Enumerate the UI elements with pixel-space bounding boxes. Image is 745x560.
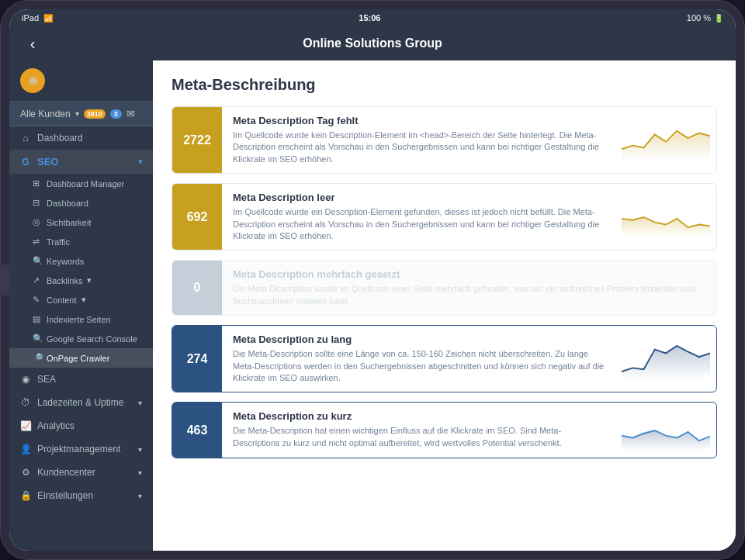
sidebar-item-content[interactable]: ✎ Content ▾ xyxy=(9,290,153,309)
alert-badge: 3 xyxy=(110,109,122,119)
sidebar-item-dashboard-manager[interactable]: ⊞ Dashboard Manager xyxy=(9,174,153,193)
card-count-badge: 463 xyxy=(172,403,222,458)
grid-icon: ⊞ xyxy=(33,178,42,188)
content-icon: ✎ xyxy=(33,295,42,305)
home-button[interactable] xyxy=(0,264,9,296)
card-count-badge: 2722 xyxy=(172,107,222,173)
dashboard-icon: ⊟ xyxy=(33,198,42,208)
sidebar-item-traffic[interactable]: ⇌ Traffic xyxy=(9,232,153,251)
sidebar-subitem-label: OnPage Crawler xyxy=(47,354,109,363)
chevron-icon: ▾ xyxy=(138,492,142,500)
card-zu-kurz[interactable]: 463 Meta Description zu kurz Die Meta-De… xyxy=(172,402,717,458)
sidebar-item-sea[interactable]: ◉ SEA xyxy=(9,368,153,391)
status-bar-right: 100 % 🔋 xyxy=(687,13,723,22)
sidebar-subitem-label: Traffic xyxy=(47,237,70,247)
chevron-icon: ▾ xyxy=(138,399,142,407)
card-chart xyxy=(615,184,716,250)
sparkline-chart xyxy=(622,119,710,161)
sidebar-item-label: Kundencenter xyxy=(37,467,95,478)
card-body: Meta Description leer Im Quellcode wurde… xyxy=(222,184,615,250)
card-title: Meta Description leer xyxy=(233,192,605,203)
sidebar-header: ❋ xyxy=(9,60,153,102)
sidebar-item-indexierte[interactable]: ▤ Indexierte Seiten xyxy=(9,309,153,329)
sidebar-item-keywords[interactable]: 🔍 Keywords xyxy=(9,251,153,271)
chevron-icon: ▾ xyxy=(87,275,92,285)
card-title: Meta Description Tag fehlt xyxy=(233,115,605,126)
home-icon: ⌂ xyxy=(20,133,31,143)
tablet-frame: iPad 📶 15:06 100 % 🔋 ‹ Online Solutions … xyxy=(0,0,745,560)
console-icon: 🔍 xyxy=(33,334,42,344)
top-nav: ‹ Online Solutions Group xyxy=(9,26,736,60)
card-leer[interactable]: 692 Meta Description leer Im Quellcode w… xyxy=(172,183,717,251)
sidebar-item-dashboard2[interactable]: ⊟ Dashboard xyxy=(9,193,153,213)
chevron-icon: ▾ xyxy=(138,468,142,477)
card-chart xyxy=(615,326,716,392)
sidebar-item-label: Ladezeiten & Uptime xyxy=(37,397,123,408)
sidebar-item-dashboard[interactable]: ⌂ Dashboard xyxy=(9,126,153,150)
pages-icon: ▤ xyxy=(33,314,42,324)
page-title: Meta-Beschreibung xyxy=(172,76,717,94)
sparkline-chart xyxy=(622,337,710,380)
sidebar-item-label: SEO xyxy=(37,156,58,168)
project-icon: 👤 xyxy=(20,444,31,455)
top-nav-title: Online Solutions Group xyxy=(56,36,689,50)
sidebar-item-sichtbarkeit[interactable]: ◎ Sichtbarkeit xyxy=(9,213,153,232)
settings-icon: ⚙ xyxy=(20,467,31,478)
sidebar-item-label: SEA xyxy=(37,374,56,385)
sidebar-subitem-label: Dashboard Manager xyxy=(47,179,124,188)
sidebar-item-seo[interactable]: G SEO ▾ xyxy=(9,150,153,174)
status-bar: iPad 📶 15:06 100 % 🔋 xyxy=(9,9,736,26)
sidebar-item-label: Analytics xyxy=(37,420,74,431)
card-desc: Die Meta Description wurde im Quellcode … xyxy=(233,283,705,307)
sidebar-item-einstellungen[interactable]: 🔒 Einstellungen ▾ xyxy=(9,484,153,507)
sidebar-item-kundencenter[interactable]: ⚙ Kundencenter ▾ xyxy=(9,461,153,484)
card-count-badge: 692 xyxy=(172,184,222,250)
card-tag-fehlt[interactable]: 2722 Meta Description Tag fehlt Im Quell… xyxy=(172,106,717,174)
customer-bar[interactable]: Alle Kunden ▾ 3810 3 ✉ xyxy=(9,102,153,126)
analytics-icon: 📈 xyxy=(20,420,31,431)
sparkline-chart xyxy=(622,409,710,451)
tablet-screen: iPad 📶 15:06 100 % 🔋 ‹ Online Solutions … xyxy=(9,9,736,551)
sidebar-item-projektmanagement[interactable]: 👤 Projektmanagement ▾ xyxy=(9,437,153,461)
card-chart xyxy=(615,403,716,458)
sidebar-subitem-label: Keywords xyxy=(47,257,84,266)
mail-icon[interactable]: ✉ xyxy=(126,108,135,119)
sidebar-subitem-label: Indexierte Seiten xyxy=(47,315,111,324)
card-count-badge: 0 xyxy=(172,261,222,315)
status-time: 15:06 xyxy=(359,13,380,22)
sidebar-item-label: Dashboard xyxy=(37,133,83,143)
battery-icon: 🔋 xyxy=(714,14,723,22)
card-desc: Im Quellcode wurde ein Description-Eleme… xyxy=(233,206,605,242)
sidebar-subitem-label: Dashboard xyxy=(47,199,88,208)
sidebar-subitem-label: Backlinks xyxy=(47,276,82,285)
lock-icon: 🔒 xyxy=(20,490,31,501)
crawler-icon: 🔎 xyxy=(33,353,42,363)
chevron-down-icon: ▾ xyxy=(75,109,79,118)
card-zu-lang[interactable]: 274 Meta Description zu lang Die Meta-De… xyxy=(172,325,717,392)
app-body: ❋ Alle Kunden ▾ 3810 3 ✉ ⌂ Dashboard xyxy=(9,60,736,551)
card-desc: Die Meta-Description hat einen wichtigen… xyxy=(233,425,605,449)
card-count-badge: 274 xyxy=(172,326,222,392)
sidebar-item-analytics[interactable]: 📈 Analytics xyxy=(9,414,153,437)
sidebar-item-google-console[interactable]: 🔍 Google Search Console xyxy=(9,329,153,348)
backlinks-icon: ↗ xyxy=(33,275,42,285)
back-button[interactable]: ‹ xyxy=(22,35,43,53)
sidebar-item-label: Projektmanagement xyxy=(37,444,120,455)
card-desc: Die Meta-Description sollte eine Länge v… xyxy=(233,348,605,384)
eye-icon: ◎ xyxy=(33,217,42,227)
notification-badge: 3810 xyxy=(84,109,106,119)
customer-label: Alle Kunden xyxy=(20,109,71,119)
sidebar-item-label: Einstellungen xyxy=(37,490,93,501)
sidebar-subitem-label: Content xyxy=(47,296,77,305)
wifi-icon: 📶 xyxy=(43,14,53,22)
sidebar-item-backlinks[interactable]: ↗ Backlinks ▾ xyxy=(9,271,153,290)
sidebar-item-onpage[interactable]: 🔎 OnPage Crawler xyxy=(9,348,153,368)
sidebar-item-ladezeiten[interactable]: ⏱ Ladezeiten & Uptime ▾ xyxy=(9,391,153,414)
card-body: Meta Description Tag fehlt Im Quellcode … xyxy=(222,107,615,173)
device-label: iPad xyxy=(22,13,39,22)
status-bar-left: iPad 📶 xyxy=(22,13,53,22)
card-mehrfach[interactable]: 0 Meta Description mehrfach gesetzt Die … xyxy=(172,260,717,316)
card-title: Meta Description mehrfach gesetzt xyxy=(233,268,705,280)
sidebar-subitem-label: Sichtbarkeit xyxy=(47,218,91,227)
chevron-icon: ▾ xyxy=(81,295,86,305)
